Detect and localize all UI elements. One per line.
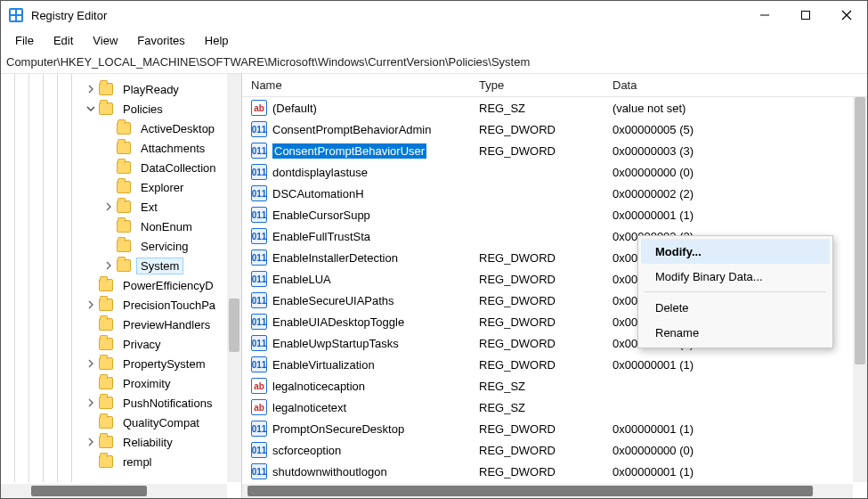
tree-item[interactable]: Privacy — [85, 334, 241, 354]
dword-value-icon: 011 — [251, 228, 267, 244]
tree-item-label: Servicing — [136, 238, 192, 255]
tree-item[interactable]: PrecisionTouchPa — [85, 295, 241, 315]
tree: PlayReadyPoliciesActiveDesktopAttachment… — [1, 74, 241, 482]
registry-value-row[interactable]: 011shutdownwithoutlogonREG_DWORD0x000000… — [242, 461, 867, 482]
tree-item[interactable]: QualityCompat — [85, 413, 241, 432]
svg-rect-1 — [11, 10, 15, 14]
folder-icon — [99, 299, 113, 311]
list-horizontal-scrollbar[interactable] — [242, 484, 853, 498]
minimize-button[interactable] — [744, 1, 785, 29]
folder-icon — [99, 377, 113, 389]
chevron-right-icon[interactable] — [85, 300, 97, 309]
registry-value-row[interactable]: 011PromptOnSecureDesktopREG_DWORD0x00000… — [242, 418, 867, 439]
tree-item[interactable]: Servicing — [85, 236, 241, 256]
registry-value-row[interactable]: ablegalnoticetextREG_SZ — [242, 397, 867, 418]
dword-value-icon: 011 — [251, 335, 267, 351]
tree-item[interactable]: Proximity — [85, 373, 241, 393]
folder-icon — [99, 357, 113, 370]
tree-item[interactable]: NonEnum — [85, 217, 241, 236]
value-name: ConsentPromptBehaviorAdmin — [272, 123, 431, 136]
string-value-icon: ab — [251, 399, 267, 415]
menu-edit[interactable]: Edit — [45, 32, 82, 49]
context-menu-modify[interactable]: Modify... — [641, 239, 830, 264]
registry-value-row[interactable]: 011EnableVirtualizationREG_DWORD0x000000… — [242, 354, 867, 375]
menu-file[interactable]: File — [6, 32, 43, 49]
registry-value-row[interactable]: ablegalnoticecaptionREG_SZ — [242, 375, 867, 397]
tree-item-label: Privacy — [118, 336, 166, 353]
context-menu-modify-binary[interactable]: Modify Binary Data... — [641, 264, 830, 289]
column-header-type[interactable]: Type — [470, 78, 604, 92]
menu-view[interactable]: View — [84, 32, 126, 49]
tree-item-label: System — [136, 258, 183, 274]
tree-item[interactable]: Attachments — [85, 138, 241, 158]
chevron-right-icon[interactable] — [102, 202, 115, 211]
tree-item[interactable]: System — [85, 256, 241, 275]
folder-icon — [99, 279, 113, 291]
value-data: 0x00000005 (5) — [612, 123, 694, 136]
context-menu-delete[interactable]: Delete — [641, 295, 830, 320]
registry-value-row[interactable]: 011ConsentPromptBehaviorUserREG_DWORD0x0… — [242, 140, 867, 161]
folder-icon — [117, 200, 131, 213]
dword-value-icon: 011 — [251, 271, 267, 287]
value-data: (value not set) — [612, 102, 685, 115]
close-button[interactable] — [826, 1, 867, 29]
registry-value-row[interactable]: 011scforceoptionREG_DWORD0x00000000 (0) — [242, 439, 867, 461]
chevron-right-icon[interactable] — [85, 398, 97, 407]
chevron-right-icon[interactable] — [85, 85, 97, 94]
column-header-data[interactable]: Data — [604, 78, 867, 92]
registry-value-row[interactable]: 011ConsentPromptBehaviorAdminREG_DWORD0x… — [242, 119, 867, 140]
value-name: (Default) — [272, 102, 317, 115]
address-bar[interactable]: Computer\HKEY_LOCAL_MACHINE\SOFTWARE\Mic… — [1, 51, 867, 74]
chevron-down-icon[interactable] — [85, 104, 97, 113]
registry-value-row[interactable]: ab(Default)REG_SZ(value not set) — [242, 97, 867, 119]
tree-item[interactable]: PushNotifications — [85, 393, 241, 413]
value-data: 0x00000001 (1) — [612, 358, 694, 372]
window-controls — [744, 1, 867, 29]
value-type: REG_DWORD — [479, 294, 556, 307]
chevron-right-icon[interactable] — [85, 359, 97, 368]
tree-item[interactable]: PropertySystem — [85, 354, 241, 373]
list-vertical-scrollbar[interactable] — [853, 97, 867, 482]
window-title: Registry Editor — [31, 9, 744, 22]
chevron-right-icon[interactable] — [85, 438, 97, 446]
folder-icon — [99, 436, 113, 448]
tree-item[interactable]: Ext — [85, 197, 241, 217]
tree-item[interactable]: Explorer — [85, 177, 241, 197]
menu-help[interactable]: Help — [196, 32, 238, 49]
tree-item-label: Policies — [118, 101, 167, 118]
maximize-button[interactable] — [785, 1, 826, 29]
folder-icon — [99, 416, 113, 429]
column-header-name[interactable]: Name — [242, 78, 470, 92]
tree-item[interactable]: rempl — [85, 452, 241, 471]
tree-vertical-scrollbar[interactable] — [227, 74, 241, 482]
value-data: 0x00000001 (1) — [612, 422, 694, 436]
tree-item[interactable]: Policies — [85, 99, 241, 119]
value-name: EnableUIADesktopToggle — [272, 315, 404, 329]
value-type: REG_DWORD — [479, 422, 556, 436]
tree-item[interactable]: ActiveDesktop — [85, 119, 241, 138]
tree-item[interactable]: PlayReady — [85, 79, 241, 99]
svg-rect-6 — [802, 12, 810, 20]
tree-item[interactable]: PreviewHandlers — [85, 315, 241, 334]
chevron-right-icon[interactable] — [102, 261, 115, 270]
registry-value-row[interactable]: 011EnableCursorSupp0x00000001 (1) — [242, 204, 867, 225]
tree-item[interactable]: Reliability — [85, 432, 241, 452]
tree-item[interactable]: PowerEfficiencyD — [85, 275, 241, 295]
tree-item-label: PreviewHandlers — [118, 316, 215, 333]
tree-horizontal-scrollbar[interactable] — [1, 484, 227, 498]
value-type: REG_SZ — [479, 401, 525, 414]
value-name: shutdownwithoutlogon — [272, 465, 387, 479]
registry-value-row[interactable]: 011DSCAutomationH0x00000002 (2) — [242, 183, 867, 204]
context-menu-separator — [645, 291, 826, 292]
tree-item[interactable]: DataCollection — [85, 158, 241, 177]
value-type: REG_DWORD — [479, 444, 556, 457]
list-header: Name Type Data — [242, 74, 867, 97]
registry-value-row[interactable]: 011dontdisplaylastuse0x00000000 (0) — [242, 161, 867, 183]
value-data: 0x00000003 (3) — [612, 144, 694, 158]
value-type: REG_SZ — [479, 102, 525, 115]
folder-icon — [117, 220, 131, 233]
menu-favorites[interactable]: Favorites — [128, 32, 193, 49]
context-menu-rename[interactable]: Rename — [641, 320, 830, 345]
dword-value-icon: 011 — [251, 442, 267, 458]
folder-icon — [117, 122, 131, 135]
